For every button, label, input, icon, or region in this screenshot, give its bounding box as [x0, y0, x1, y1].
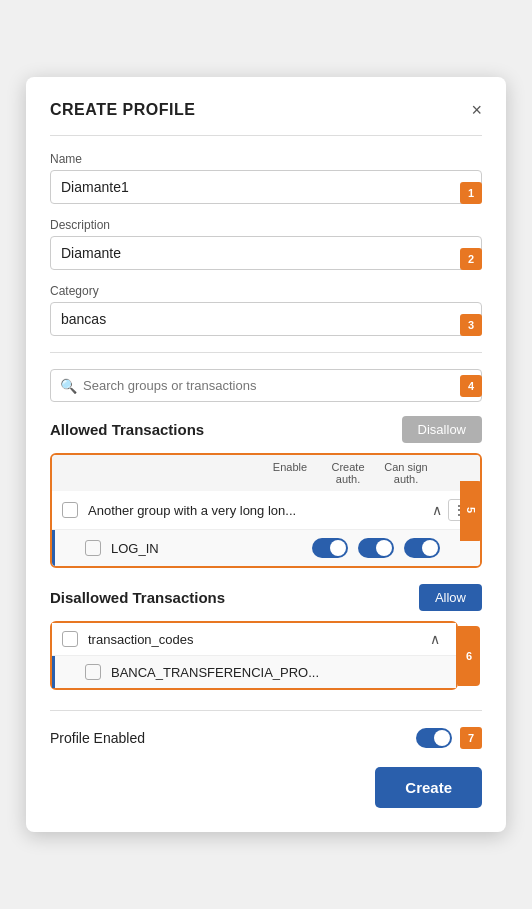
disallowed-item-name: BANCA_TRANSFERENCIA_PRO...: [111, 665, 446, 680]
category-input[interactable]: [50, 302, 482, 336]
name-label: Name: [50, 152, 482, 166]
name-input[interactable]: [50, 170, 482, 204]
category-field-group: Category 3: [50, 284, 482, 336]
disallowed-title: Disallowed Transactions: [50, 589, 225, 606]
create-button-wrap: Create: [50, 767, 482, 808]
allowed-group-row: Another group with a very long lon... ∧ …: [52, 491, 480, 530]
disallowed-item-checkbox[interactable]: [85, 664, 101, 680]
close-button[interactable]: ×: [471, 101, 482, 119]
modal-title: CREATE PROFILE: [50, 101, 195, 119]
search-wrap: 🔍 4: [50, 369, 482, 402]
section-divider-1: [50, 352, 482, 353]
category-badge: 3: [460, 314, 482, 336]
name-badge: 1: [460, 182, 482, 204]
chevron-up-icon[interactable]: ∧: [432, 502, 442, 518]
allowed-section-header: Allowed Transactions Disallow: [50, 416, 482, 443]
disallowed-group-name: transaction_codes: [88, 632, 430, 647]
group-checkbox[interactable]: [62, 502, 78, 518]
create-button[interactable]: Create: [375, 767, 482, 808]
allowed-transactions-box: Enable Create auth. Can sign auth. Anoth…: [50, 453, 482, 568]
disallowed-item-row: BANCA_TRANSFERENCIA_PRO...: [52, 656, 456, 688]
create-profile-modal: CREATE PROFILE × Name 1 Description 2 Ca…: [26, 77, 506, 832]
header-divider: [50, 135, 482, 136]
enable-toggle[interactable]: [312, 538, 348, 558]
profile-enabled-row: Profile Enabled 7: [50, 727, 482, 749]
create-auth-toggle[interactable]: [358, 538, 394, 558]
description-input[interactable]: [50, 236, 482, 270]
profile-enabled-toggle-wrap: 7: [416, 727, 482, 749]
description-badge: 2: [460, 248, 482, 270]
profile-enabled-label: Profile Enabled: [50, 730, 145, 746]
tx-columns-header: Enable Create auth. Can sign auth.: [52, 455, 480, 491]
search-badge: 4: [460, 375, 482, 397]
disallow-button[interactable]: Disallow: [402, 416, 482, 443]
disallowed-group-row: transaction_codes ∧: [52, 623, 456, 656]
allowed-badge: 5: [460, 481, 482, 541]
allowed-item-row: LOG_IN: [52, 530, 480, 566]
allow-button[interactable]: Allow: [419, 584, 482, 611]
category-label: Category: [50, 284, 482, 298]
description-field-group: Description 2: [50, 218, 482, 270]
profile-enabled-badge: 7: [460, 727, 482, 749]
create-auth-col-label: Create auth.: [324, 461, 372, 485]
item-name: LOG_IN: [111, 541, 312, 556]
toggles-wrap: [312, 538, 440, 558]
allowed-title: Allowed Transactions: [50, 421, 204, 438]
enable-col-label: Enable: [266, 461, 314, 485]
disallowed-group-checkbox[interactable]: [62, 631, 78, 647]
search-input[interactable]: [50, 369, 482, 402]
profile-enabled-toggle[interactable]: [416, 728, 452, 748]
search-icon: 🔍: [60, 378, 77, 394]
group-name: Another group with a very long lon...: [88, 503, 432, 518]
can-sign-toggle[interactable]: [404, 538, 440, 558]
disallowed-badge: 6: [458, 626, 480, 686]
disallowed-chevron-up-icon[interactable]: ∧: [430, 631, 440, 647]
section-divider-2: [50, 710, 482, 711]
name-field-group: Name 1: [50, 152, 482, 204]
item-checkbox[interactable]: [85, 540, 101, 556]
description-label: Description: [50, 218, 482, 232]
can-sign-col-label: Can sign auth.: [382, 461, 430, 485]
modal-header: CREATE PROFILE ×: [50, 101, 482, 119]
disallowed-section-header: Disallowed Transactions Allow: [50, 584, 482, 611]
disallowed-transactions-box: transaction_codes ∧ BANCA_TRANSFERENCIA_…: [50, 621, 458, 690]
